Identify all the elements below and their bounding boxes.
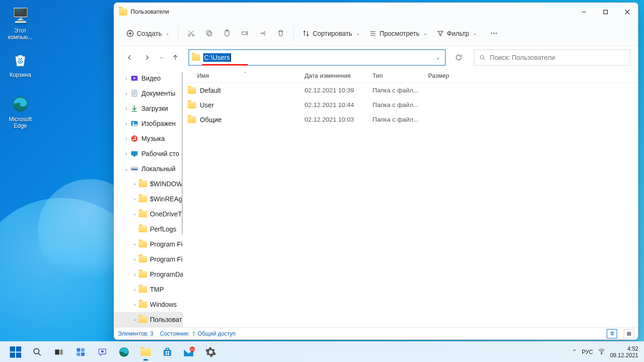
- trash-icon: [277, 29, 285, 37]
- svg-point-58: [601, 353, 602, 354]
- node-icon: [130, 134, 139, 143]
- column-date[interactable]: Дата изменения: [305, 72, 372, 79]
- up-button[interactable]: [167, 49, 183, 66]
- expand-icon[interactable]: ›: [123, 121, 130, 126]
- taskbar-settings[interactable]: [201, 343, 221, 362]
- svg-rect-50: [164, 350, 171, 356]
- chevron-down-icon: ⌄: [165, 31, 169, 36]
- expand-icon[interactable]: ›: [131, 197, 139, 202]
- tree-node[interactable]: ›$WINDOW: [114, 176, 183, 191]
- rename-button[interactable]: [236, 25, 254, 42]
- tree-node[interactable]: ›Видео: [114, 71, 183, 86]
- expand-icon[interactable]: ›: [123, 136, 130, 141]
- minimize-button[interactable]: [573, 3, 594, 21]
- close-button[interactable]: [616, 3, 638, 21]
- expand-icon[interactable]: ›: [131, 317, 139, 322]
- expand-icon[interactable]: ›: [131, 257, 139, 262]
- new-button[interactable]: Создать⌄: [122, 25, 174, 42]
- paste-button[interactable]: [218, 25, 236, 42]
- expand-icon[interactable]: ⌄: [123, 166, 130, 172]
- start-button[interactable]: [6, 343, 25, 362]
- delete-button[interactable]: [272, 25, 289, 42]
- taskbar-clock[interactable]: 4:52 09.12.2021: [610, 346, 641, 359]
- tray-chevron[interactable]: ⌃: [572, 348, 577, 355]
- expand-icon[interactable]: ›: [123, 76, 130, 81]
- tree-node[interactable]: ›Документы: [114, 86, 183, 101]
- tree-node[interactable]: ›OneDriveTe: [114, 206, 183, 222]
- column-name[interactable]: Имя⌃: [183, 72, 305, 79]
- expand-icon[interactable]: ›: [131, 287, 139, 292]
- filter-button[interactable]: Фильтр⌄: [432, 25, 481, 42]
- thumbnails-view-button[interactable]: ▦: [624, 329, 634, 338]
- file-row[interactable]: Default02.12.2021 10:39Папка с файл...: [183, 83, 638, 98]
- tree-node[interactable]: ›Рабочий сто: [114, 146, 183, 161]
- chevron-down-icon: ⌄: [356, 31, 360, 36]
- search-input[interactable]: Поиск: Пользователи: [474, 49, 630, 66]
- svg-rect-36: [131, 151, 138, 156]
- share-button[interactable]: [254, 25, 272, 42]
- forward-button[interactable]: [139, 49, 155, 66]
- file-row[interactable]: Общие02.12.2021 10:03Папка с файл...: [183, 112, 638, 127]
- expand-icon[interactable]: ›: [131, 242, 139, 247]
- desktop-icon-edge[interactable]: Microsoft Edge: [3, 94, 38, 129]
- widgets-button[interactable]: [71, 343, 91, 362]
- tree-node[interactable]: ›ProgramDa: [114, 267, 183, 282]
- expand-icon[interactable]: ›: [123, 151, 130, 156]
- tree-node[interactable]: ›Музыка: [114, 131, 183, 146]
- column-type[interactable]: Тип: [372, 72, 428, 79]
- address-bar[interactable]: C:\Users ⌄: [189, 49, 446, 66]
- explorer-window: Пользователи Создать⌄ Сортировать⌄ Просм…: [114, 2, 638, 340]
- tree-node[interactable]: ›Пользоват: [114, 312, 183, 327]
- network-icon[interactable]: [598, 347, 605, 356]
- file-row[interactable]: User02.12.2021 10:44Папка с файл...: [183, 98, 638, 112]
- more-button[interactable]: [485, 25, 503, 42]
- tree-node[interactable]: ›Изображен: [114, 116, 183, 131]
- chevron-down-icon: ⌄: [473, 31, 477, 36]
- expand-icon[interactable]: ›: [131, 302, 139, 307]
- node-icon: [139, 285, 147, 294]
- details-view-button[interactable]: ≣: [607, 329, 617, 338]
- refresh-button[interactable]: [450, 49, 468, 66]
- language-indicator[interactable]: РУС: [582, 349, 593, 355]
- expand-icon[interactable]: ›: [131, 272, 139, 277]
- maximize-button[interactable]: [594, 3, 616, 21]
- expand-icon[interactable]: ›: [131, 212, 139, 217]
- tree-node[interactable]: ›Загрузки: [114, 101, 183, 116]
- expand-icon[interactable]: ›: [123, 91, 130, 96]
- taskbar-search[interactable]: [27, 343, 47, 362]
- tree-node[interactable]: ›$WinREAg: [114, 191, 183, 206]
- back-button[interactable]: [122, 49, 138, 66]
- scissors-icon: [187, 29, 195, 37]
- tree-node[interactable]: ›TMP: [114, 282, 183, 297]
- copy-button[interactable]: [200, 25, 218, 42]
- tree-node[interactable]: ⌄Локальный: [114, 161, 183, 176]
- taskbar-mail[interactable]: 10: [179, 343, 199, 362]
- taskbar-store[interactable]: [157, 343, 177, 362]
- expand-icon[interactable]: ›: [131, 181, 139, 187]
- sort-asc-icon: ⌃: [243, 71, 247, 76]
- svg-line-25: [483, 58, 485, 60]
- view-button[interactable]: Просмотреть⌄: [364, 25, 432, 42]
- expand-icon[interactable]: ›: [123, 106, 130, 111]
- recent-button[interactable]: [157, 49, 166, 66]
- taskbar-edge[interactable]: [114, 343, 134, 362]
- chat-button[interactable]: [92, 343, 112, 362]
- widgets-icon: [75, 347, 86, 357]
- column-size[interactable]: Размер: [428, 72, 471, 79]
- tree-node[interactable]: ›Program Fi: [114, 252, 183, 267]
- nav-tree: ›Видео›Документы›Загрузки›Изображен›Музы…: [114, 69, 183, 327]
- svg-rect-39: [131, 169, 138, 170]
- taskbar-explorer[interactable]: [136, 343, 156, 362]
- task-view-button[interactable]: [49, 343, 69, 362]
- chevron-down-icon[interactable]: ⌄: [431, 55, 445, 61]
- tree-node[interactable]: ›Program Fi: [114, 237, 183, 252]
- sort-button[interactable]: Сортировать⌄: [297, 25, 364, 42]
- svg-rect-42: [55, 349, 59, 354]
- tree-node[interactable]: ›Windows: [114, 297, 183, 312]
- titlebar[interactable]: Пользователи: [114, 3, 638, 21]
- desktop-icon-recycle-bin[interactable]: Корзина: [3, 50, 38, 78]
- cut-button[interactable]: [182, 25, 200, 42]
- node-icon: [139, 210, 147, 218]
- desktop-icon-this-pc[interactable]: 🖥️ Этот компью...: [3, 6, 38, 41]
- tree-node[interactable]: PerfLogs: [114, 222, 183, 237]
